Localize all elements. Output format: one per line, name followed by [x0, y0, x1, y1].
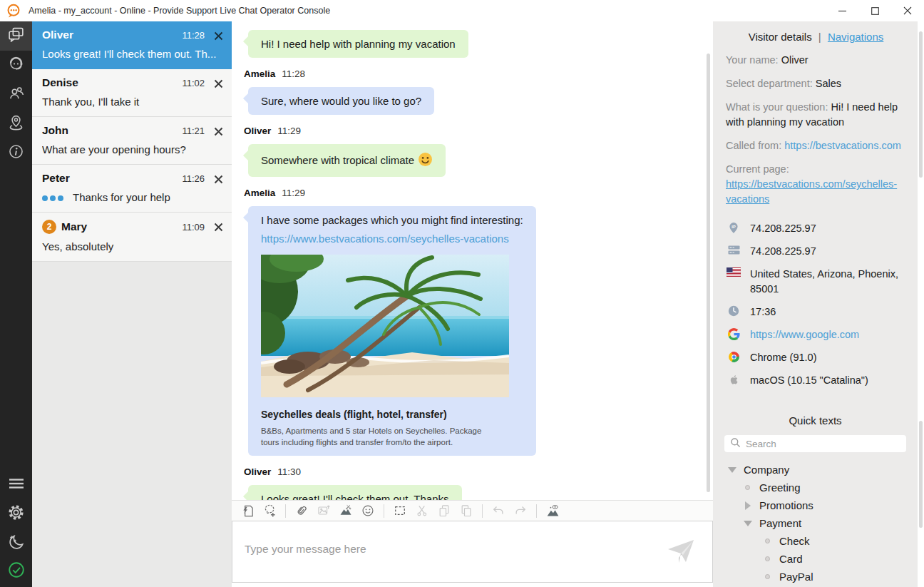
quick-texts-card: Quick texts Company Gre [713, 403, 918, 587]
visitor-local-time: 17:36 [750, 305, 776, 320]
rail-item-operator[interactable] [0, 51, 32, 80]
current-page-link[interactable]: https://bestvacations.com/seychelles-vac… [726, 178, 897, 205]
tree-item-card[interactable]: Card [722, 550, 909, 568]
insert-quick-text-button[interactable] [239, 502, 256, 519]
chat-name: Oliver [42, 29, 73, 41]
close-chat-icon[interactable] [212, 78, 225, 92]
visitor-ip-row: IP 74.208.225.97 [726, 221, 906, 236]
visitor-name-field: Your name: Oliver [726, 53, 906, 68]
visitor-os-row: macOS (10.15 "Catalina") [726, 373, 906, 388]
chat-list-item-peter[interactable]: Peter 11:26 Thanks for your help [32, 165, 232, 213]
send-image-button-disabled[interactable] [315, 502, 332, 519]
svg-text:IP: IP [732, 225, 736, 229]
chat-list-item-john[interactable]: John 11:21 What are your opening hours? [32, 117, 232, 165]
seychelles-beach-palm-photo [261, 387, 509, 399]
called-from-link[interactable]: https://bestvacations.com [784, 140, 901, 151]
tree-item-paypal[interactable]: PayPal [722, 568, 909, 586]
chat-list-item-denise[interactable]: Denise 11:02 Thank you, I'll take it [32, 69, 232, 117]
tree-item-company[interactable]: Company [722, 461, 909, 479]
close-chat-icon[interactable] [212, 173, 225, 188]
chat-list-item-oliver[interactable]: Oliver 11:28 Looks great! I'll check the… [32, 21, 232, 69]
tree-item-check[interactable]: Check [722, 532, 909, 550]
visitor-referrer-row: https://www.google.com [726, 327, 906, 342]
message-author: Oliver [244, 126, 271, 136]
tree-item-promotions[interactable]: Promotions [722, 496, 909, 514]
close-button[interactable] [891, 0, 924, 21]
main-area: Oliver 11:28 Looks great! I'll check the… [0, 21, 924, 587]
details-scrollbar[interactable] [919, 31, 923, 178]
gear-icon [7, 504, 25, 524]
cut-button-disabled[interactable] [414, 502, 431, 519]
rail-item-visitors[interactable] [0, 80, 32, 109]
expand-arrow-icon[interactable] [743, 501, 752, 510]
message-history: Hi! I need help with planning my vacatio… [232, 21, 713, 500]
toolbar-separator [536, 504, 537, 518]
attach-file-button[interactable] [293, 502, 310, 519]
header-divider: | [818, 31, 821, 43]
visitor-browser: Chrome (91.0) [750, 350, 816, 365]
image-preview-button[interactable] [544, 502, 561, 519]
message-time: 11:30 [277, 466, 301, 477]
leaf-bullet-icon [763, 574, 772, 579]
chat-list: Oliver 11:28 Looks great! I'll check the… [32, 21, 232, 587]
redo-button-disabled[interactable] [512, 502, 529, 519]
message-author: Amelia [244, 188, 275, 198]
message-composer [232, 521, 713, 583]
screenshot-snip-button[interactable] [337, 502, 354, 519]
chat-time: 11:21 [182, 126, 205, 136]
collapse-arrow-icon[interactable] [743, 521, 752, 526]
navigations-link[interactable]: Navigations [828, 31, 883, 43]
message-author: Amelia [244, 68, 275, 79]
emoji-button[interactable] [359, 502, 376, 519]
rail-item-chats[interactable] [0, 21, 32, 51]
collapse-arrow-icon[interactable] [727, 467, 736, 473]
close-chat-icon[interactable] [212, 126, 225, 140]
chat-preview: Yes, absolutely [42, 240, 223, 252]
rail-item-night-mode[interactable] [0, 529, 32, 558]
rail-item-online-status[interactable] [0, 558, 32, 587]
close-chat-icon[interactable] [212, 221, 225, 235]
maximize-button[interactable] [858, 0, 891, 21]
location-pin-icon [7, 113, 25, 134]
toolbar-separator [482, 504, 483, 518]
close-chat-icon[interactable] [212, 30, 225, 44]
chrome-icon [726, 350, 741, 363]
messages-scrollbar[interactable] [707, 53, 710, 492]
chat-list-item-mary[interactable]: 2 Mary 11:09 Yes, absolutely [32, 213, 232, 262]
chats-icon [7, 26, 25, 46]
visitor-location: United States, Arizona, Phoenix, 85001 [750, 267, 906, 297]
visitors-icon [7, 84, 25, 105]
visitor-message-bubble: Hi! I need help with planning my vacatio… [248, 30, 468, 58]
rail-item-geo-location[interactable] [0, 109, 32, 138]
apple-icon [726, 373, 741, 386]
copy-button-disabled[interactable] [436, 502, 453, 519]
paste-button-disabled[interactable] [458, 502, 475, 519]
rail-item-settings[interactable] [0, 499, 32, 529]
send-message-icon[interactable] [667, 538, 695, 566]
undo-button-disabled[interactable] [490, 502, 507, 519]
conversation-pane: Hi! I need help with planning my vacatio… [232, 21, 713, 587]
tree-item-greeting[interactable]: Greeting [722, 479, 909, 496]
chat-preview: What are your opening hours? [42, 143, 223, 155]
tree-item-payment[interactable]: Payment [722, 514, 909, 532]
rail-item-info[interactable] [0, 138, 32, 168]
us-flag-icon [726, 267, 741, 277]
visitor-ip: 74.208.225.97 [750, 221, 816, 236]
message-input[interactable] [232, 521, 712, 582]
operator-headset-icon [7, 55, 25, 76]
minimize-button[interactable] [826, 0, 858, 21]
hamburger-menu-icon [8, 475, 25, 495]
rail-item-menu[interactable] [0, 470, 32, 499]
visitor-details-title: Visitor details [749, 31, 812, 43]
select-area-button[interactable] [391, 502, 409, 519]
google-icon [726, 327, 741, 340]
quick-texts-search-input[interactable] [746, 439, 900, 449]
add-quick-text-button[interactable] [261, 502, 278, 519]
quick-texts-scrollbar[interactable] [919, 421, 923, 528]
search-icon [730, 437, 741, 451]
unread-count-badge: 2 [42, 220, 56, 234]
link-preview-title: Seychelles deals (flight, hotel, transfe… [261, 409, 523, 420]
message-header: Oliver11:29 [244, 126, 694, 136]
package-link[interactable]: https://www.bestvacations.com/seychelles… [261, 233, 523, 245]
referrer-link[interactable]: https://www.google.com [750, 327, 859, 342]
